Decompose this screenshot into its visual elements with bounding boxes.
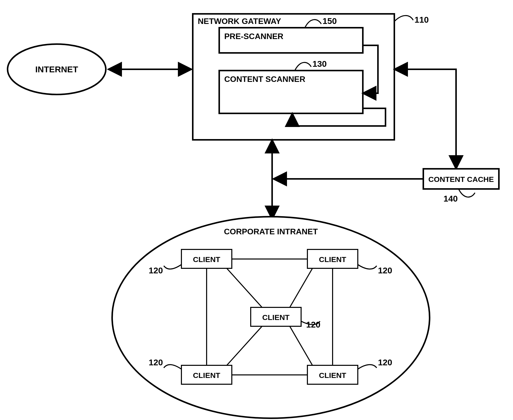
ref-120-bl: 120 <box>149 358 163 367</box>
client-label-tr: CLIENT <box>319 255 346 264</box>
client-label-bl: CLIENT <box>193 371 220 379</box>
pre-scanner-label: PRE-SCANNER <box>224 32 283 41</box>
ref-110: 110 <box>414 15 429 24</box>
ref-120-tr: 120 <box>378 266 392 275</box>
diagram: INTERNET NETWORK GATEWAY PRE-SCANNER CON… <box>0 0 513 420</box>
intranet-title: CORPORATE INTRANET <box>224 227 318 236</box>
gateway-title: NETWORK GATEWAY <box>198 17 281 26</box>
ref-120-c: 120 <box>306 320 320 329</box>
ref-140-leader <box>459 189 475 197</box>
ref-110-leader <box>394 16 413 21</box>
ref-130: 130 <box>312 59 327 69</box>
client-label-c: CLIENT <box>262 313 290 321</box>
content-scanner-label: CONTENT SCANNER <box>224 75 305 84</box>
ref-120-br: 120 <box>378 358 392 367</box>
client-label-br: CLIENT <box>319 371 346 379</box>
internet-label: INTERNET <box>35 64 78 74</box>
arrow-gateway-cache <box>394 69 456 169</box>
ref-120-tl: 120 <box>149 266 163 275</box>
ref-150: 150 <box>323 16 337 26</box>
content-cache-label: CONTENT CACHE <box>428 175 494 183</box>
ref-140: 140 <box>443 194 458 203</box>
client-label-tl: CLIENT <box>193 255 220 264</box>
